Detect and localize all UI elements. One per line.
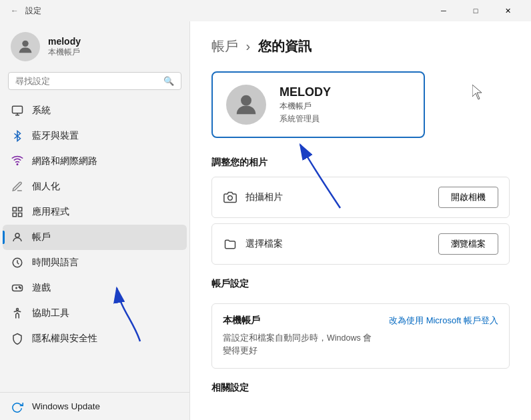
privacy-icon	[11, 332, 24, 345]
svg-rect-4	[19, 207, 22, 211]
open-camera-button[interactable]: 開啟相機	[438, 187, 498, 208]
sidebar-item-accessibility[interactable]: 協助工具	[3, 301, 187, 326]
sidebar-item-bluetooth[interactable]: 藍牙與裝置	[3, 123, 187, 149]
sidebar-item-label: 個人化	[32, 181, 60, 193]
sidebar-item-label: 應用程式	[32, 206, 69, 218]
sidebar-item-label: 網路和網際網路	[32, 155, 97, 167]
sidebar-item-label: 系統	[32, 105, 51, 117]
camera-icon	[223, 190, 237, 205]
svg-point-0	[22, 41, 28, 47]
sidebar-item-gaming[interactable]: 遊戲	[3, 275, 187, 301]
breadcrumb-separator: ›	[246, 39, 251, 53]
account-settings-box: 本機帳戶 當設定和檔案自動同步時，Windows 會變得更好 改為使用 Micr…	[211, 303, 510, 369]
file-label: 選擇檔案	[245, 238, 283, 250]
user-type: 本機帳戶	[48, 47, 81, 58]
local-account-title: 本機帳戶	[223, 315, 372, 327]
breadcrumb: 帳戶 › 您的資訊	[211, 37, 510, 55]
photo-section-title: 調整您的相片	[211, 157, 510, 169]
app-container: melody 本機帳戶 🔍 系統 藍牙與裝置	[0, 21, 531, 420]
account-sub2: 系統管理員	[280, 113, 331, 125]
nav-list: 系統 藍牙與裝置 網路和網際網路 個人化	[0, 98, 189, 420]
svg-rect-5	[13, 213, 16, 217]
account-name: MELODY	[280, 85, 331, 99]
sidebar-item-accounts[interactable]: 帳戶	[3, 225, 187, 250]
svg-rect-6	[19, 213, 22, 217]
sidebar-item-label: 帳戶	[32, 231, 51, 243]
window-controls: ─ □ ✕	[428, 0, 523, 21]
main-content: 帳戶 › 您的資訊 MELODY 本機帳戶 系統管理員 調整您的相片	[189, 21, 531, 420]
sidebar-item-label: 協助工具	[32, 307, 69, 319]
folder-icon	[223, 237, 237, 251]
gaming-icon	[11, 281, 24, 295]
sidebar-item-label: 藍牙與裝置	[32, 130, 79, 142]
breadcrumb-parent[interactable]: 帳戶	[211, 39, 238, 53]
titlebar-title: 設定	[25, 5, 41, 17]
account-card: MELODY 本機帳戶 系統管理員	[211, 71, 425, 138]
svg-point-2	[17, 164, 18, 165]
accessibility-icon	[11, 307, 24, 320]
svg-point-14	[228, 196, 233, 201]
maximize-button[interactable]: □	[460, 0, 491, 21]
apps-icon	[11, 205, 24, 219]
microsoft-account-link[interactable]: 改為使用 Microsoft 帳戶登入	[389, 315, 498, 327]
browse-files-button[interactable]: 瀏覽檔案	[438, 233, 498, 255]
windows-update-icon	[11, 400, 24, 413]
windows-update-label: Windows Update	[32, 401, 100, 411]
sidebar-item-label: 時間與語言	[32, 257, 79, 269]
sidebar-item-privacy[interactable]: 隱私權與安全性	[3, 326, 187, 351]
sidebar-item-time[interactable]: 時間與語言	[3, 250, 187, 275]
back-button[interactable]: ←	[11, 6, 19, 15]
account-settings-title: 帳戶設定	[211, 278, 510, 290]
breadcrumb-current: 您的資訊	[258, 39, 312, 53]
sidebar-item-label: 遊戲	[32, 282, 51, 294]
windows-update-bar[interactable]: Windows Update	[0, 392, 189, 420]
sidebar-item-system[interactable]: 系統	[3, 98, 187, 123]
account-avatar	[226, 85, 266, 125]
svg-point-7	[15, 233, 19, 237]
titlebar: ← 設定 ─ □ ✕	[0, 0, 531, 21]
bluetooth-icon	[11, 129, 24, 143]
sidebar-item-personalization[interactable]: 個人化	[3, 174, 187, 199]
search-icon: 🔍	[163, 76, 174, 86]
svg-rect-1	[13, 106, 23, 113]
sidebar-item-network[interactable]: 網路和網際網路	[3, 149, 187, 174]
svg-point-11	[20, 287, 21, 289]
network-icon	[11, 155, 24, 168]
camera-action-row: 拍攝相片 開啟相機	[211, 177, 510, 218]
related-settings-title: 相關設定	[211, 382, 510, 394]
time-icon	[11, 256, 24, 269]
user-name: melody	[48, 36, 81, 47]
close-button[interactable]: ✕	[492, 0, 523, 21]
sidebar-item-label: 隱私權與安全性	[32, 333, 97, 345]
search-box[interactable]: 🔍	[8, 72, 181, 90]
system-icon	[11, 104, 24, 117]
sidebar: melody 本機帳戶 🔍 系統 藍牙與裝置	[0, 21, 189, 420]
svg-rect-3	[13, 207, 16, 211]
user-profile[interactable]: melody 本機帳戶	[0, 21, 189, 69]
file-action-row: 選擇檔案 瀏覽檔案	[211, 223, 510, 265]
minimize-button[interactable]: ─	[428, 0, 459, 21]
account-sub1: 本機帳戶	[280, 101, 331, 112]
search-input[interactable]	[15, 76, 158, 86]
account-settings-desc: 當設定和檔案自動同步時，Windows 會變得更好	[223, 332, 372, 357]
personalization-icon	[11, 180, 24, 193]
svg-point-13	[241, 95, 251, 106]
camera-label: 拍攝相片	[245, 191, 283, 203]
accounts-icon	[11, 231, 24, 244]
avatar	[11, 32, 40, 61]
svg-point-12	[17, 309, 19, 311]
account-settings-section: 帳戶設定 本機帳戶 當設定和檔案自動同步時，Windows 會變得更好 改為使用…	[211, 278, 510, 369]
sidebar-item-apps[interactable]: 應用程式	[3, 199, 187, 225]
